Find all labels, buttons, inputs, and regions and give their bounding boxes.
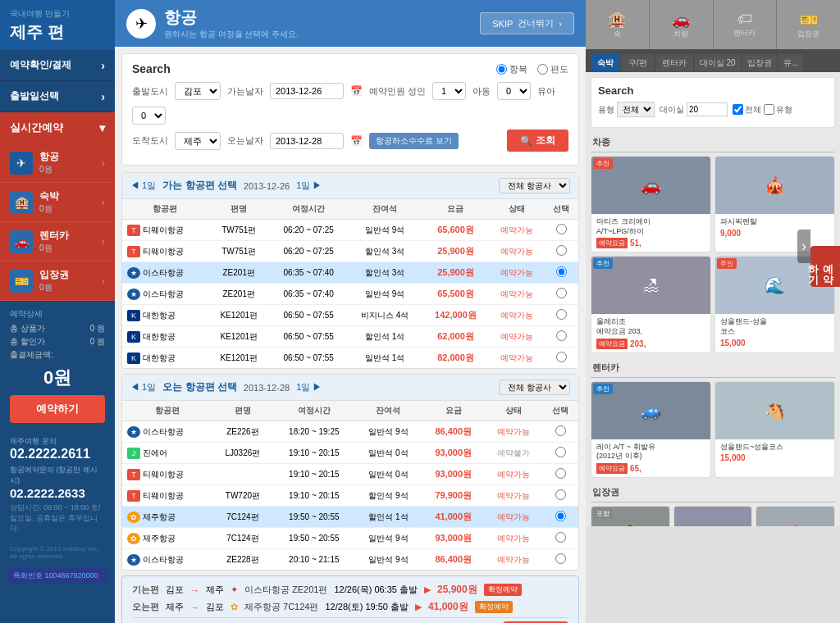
inbound-select-1[interactable] [543, 443, 578, 464]
inbound-radio-0[interactable] [555, 425, 566, 436]
outbound-status-4: 예약가능 [489, 305, 544, 326]
ticket-card-1[interactable]: 🏯 포함 일출봉관광 예약요금 36, [591, 506, 670, 526]
outbound-prev-btn[interactable]: ◀ 1일 [130, 180, 156, 192]
inbound-select-0[interactable] [543, 421, 578, 443]
outbound-select-3[interactable] [545, 284, 579, 305]
sidebar-item-hotel[interactable]: 🏨 숙박 0원 › [0, 183, 115, 222]
radio-roundtrip[interactable]: 항복 [496, 63, 527, 75]
radio-oneway-input[interactable] [537, 64, 548, 75]
go-date-input[interactable] [270, 83, 344, 99]
contact-section: 제주여행 문의 02.2222.2611 항공예약문의 (항공만 예사시) 02… [0, 430, 115, 540]
outbound-radio-4[interactable] [556, 309, 567, 320]
child-select[interactable]: 0 [497, 82, 531, 100]
inbound-radio-4[interactable] [555, 511, 566, 521]
car-card-0[interactable]: 🚗 추천 마티즈 크리에이A/T~LPG/하이 예약요금 51, [591, 156, 711, 252]
col-price: 요금 [422, 199, 489, 220]
subtab-ticket2[interactable]: 입장권 [742, 54, 777, 72]
right-tab-hotel[interactable]: 🏨 숙 [586, 0, 650, 49]
rental-card-1[interactable]: 🚙 추천 레이 A/T ~ 휘발유(2012년 이후) 예약요금 65, [591, 381, 711, 478]
outbound-select-5[interactable] [545, 326, 579, 348]
outbound-radio-6[interactable] [556, 352, 567, 362]
car-section-title: 차종 [592, 136, 610, 148]
ticket-card-2[interactable]: 🚘 K3 1.6~휘발유(2012년이후) 예약요금 74, [673, 506, 753, 526]
outbound-airline-6: K 대한항공 [122, 348, 208, 369]
depart-city-select[interactable]: 김포 [175, 82, 221, 100]
rental-card-2[interactable]: 🐴 성을랜드~성을코스 15,000 [714, 381, 835, 478]
sidebar-item-rental[interactable]: 🚗 렌터카 0원 › [0, 222, 115, 261]
outbound-radio-2[interactable] [556, 266, 567, 277]
outbound-select-1[interactable] [545, 241, 579, 262]
car-img-1: 🎪 [715, 157, 834, 214]
sidebar-item-flight[interactable]: ✈ 항공 0원 › [0, 143, 115, 183]
right-date-input[interactable] [687, 102, 728, 116]
inbound-radio-2[interactable] [555, 468, 566, 479]
ticket-section-title: 입장권 [592, 486, 619, 498]
outbound-from: 김포 [166, 584, 184, 596]
right-tab-car[interactable]: 🚗 차량 [650, 0, 714, 49]
car-card-1[interactable]: 🎪 파시픽렌탈 9,000 [714, 156, 835, 252]
outbound-radio-3[interactable] [556, 288, 567, 298]
sidebar-departure-btn[interactable]: 출발일선택 › [0, 81, 115, 112]
sidebar-item-ticket[interactable]: 🎫 입장권 0원 › [0, 261, 115, 301]
right-book-button[interactable]: 예약하기 [810, 246, 840, 287]
right-tab-ticket[interactable]: 🎫 입장권 [777, 0, 840, 49]
inbound-next-btn[interactable]: 1일 ▶ [296, 381, 322, 393]
inbound-radio-3[interactable] [555, 489, 566, 500]
outbound-sel-label: 기는편 [132, 584, 159, 596]
skip-button[interactable]: SKIP 건너뛰기 › [480, 12, 574, 34]
outbound-select-4[interactable] [545, 305, 579, 326]
inbound-select-6[interactable] [543, 549, 578, 571]
inbound-seat-2: 일반석 0석 [355, 464, 422, 485]
inbound-select-2[interactable] [543, 464, 578, 485]
inbound-select-3[interactable] [543, 485, 578, 507]
right-type-select[interactable]: 전체 [617, 102, 655, 117]
sidebar-rental-label: 렌터카 [39, 229, 102, 243]
infant-select[interactable]: 0 [132, 107, 166, 125]
right-check-other[interactable]: 유형 [764, 104, 792, 116]
return-date-input[interactable] [270, 133, 344, 149]
check-all-input[interactable] [733, 104, 743, 115]
radio-oneway[interactable]: 편도 [537, 63, 568, 75]
outbound-radio-1[interactable] [556, 245, 567, 256]
outbound-airline-filter[interactable]: 전체 항공사 [499, 178, 570, 193]
sidebar-confirm-btn[interactable]: 예약확인/결제 › [0, 50, 115, 81]
right-prev-arrow[interactable]: › [797, 230, 810, 263]
radio-roundtrip-input[interactable] [496, 64, 507, 75]
inbound-confirm-badge: 확정예약 [475, 601, 513, 613]
subtab-hotel[interactable]: 숙박 [591, 54, 620, 72]
adults-select[interactable]: 1 [432, 82, 466, 100]
check-other-input[interactable] [764, 104, 774, 115]
right-tab-rental[interactable]: 🏷 렌터카 [714, 0, 778, 49]
outbound-next-btn[interactable]: 1일 ▶ [296, 180, 322, 192]
outbound-select-6[interactable] [545, 348, 579, 369]
outbound-radio-0[interactable] [556, 224, 567, 234]
ticket-card-3[interactable]: 🎪 아이스뮤지업~프로코스 4,000 [756, 506, 835, 526]
fee-view-button[interactable]: 항공하소수수료 보기 [369, 133, 459, 149]
inbound-prev-btn[interactable]: ◀ 1일 [130, 381, 156, 393]
right-check-all[interactable]: 전체 [733, 104, 761, 116]
col-price: 요금 [422, 401, 485, 421]
inbound-radio-6[interactable] [555, 553, 566, 564]
subtab-rental2[interactable]: 렌터카 [655, 54, 693, 72]
subtab-more[interactable]: 유... [778, 54, 803, 72]
outbound-seat-3: 일반석 9석 [348, 284, 422, 305]
arrive-city-select[interactable]: 제주 [175, 132, 221, 150]
outbound-select-2[interactable] [545, 262, 579, 284]
inbound-table: 항공편 편명 여정시간 잔여석 요금 상태 선택 ★ 이스타항공 ZE226편 … [122, 401, 578, 570]
subtab-area[interactable]: 구/편 [622, 54, 654, 72]
subtab-date[interactable]: 대이실 20 [695, 54, 741, 72]
airline-flag-2: ★ [127, 267, 140, 279]
inbound-select-4[interactable] [543, 507, 578, 528]
book-button[interactable]: 예약하기 [10, 395, 105, 423]
inbound-select-5[interactable] [543, 528, 578, 549]
outbound-status-0: 예약가능 [489, 220, 544, 241]
inbound-radio-5[interactable] [555, 532, 566, 543]
search-button[interactable]: 🔍 조회 [507, 130, 568, 152]
outbound-select-0[interactable] [545, 220, 579, 241]
outbound-radio-5[interactable] [556, 330, 567, 341]
inbound-radio-1[interactable] [555, 447, 566, 457]
inbound-airline-filter[interactable]: 전체 항공사 [499, 380, 570, 395]
car-card-2[interactable]: 🏖 추천 올레리조예약요금 203, 예약요금 203, [591, 256, 711, 352]
right-top-tabs: 🏨 숙 🚗 차량 🏷 렌터카 🎫 입장권 [586, 0, 840, 49]
inbound-time-2: 19:10 ~ 20:15 [273, 464, 355, 485]
